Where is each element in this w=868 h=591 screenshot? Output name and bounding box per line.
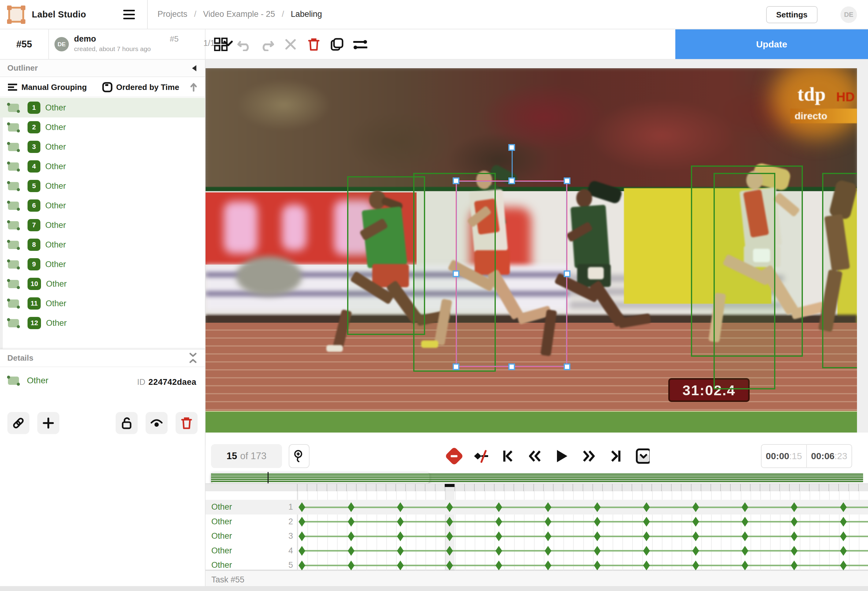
sidebar-region-row[interactable]: 9 Other <box>0 254 205 274</box>
keyframe-diamond[interactable] <box>643 546 650 556</box>
resize-handle-w[interactable] <box>453 270 459 277</box>
keyframe-diamond[interactable] <box>298 502 305 512</box>
keyframe-diamond[interactable] <box>692 560 699 570</box>
timeline-row[interactable]: Other4 <box>205 544 868 558</box>
keyframe-diamond[interactable] <box>348 502 354 512</box>
keyframe-diamond[interactable] <box>298 517 305 527</box>
keyframe-diamond[interactable] <box>594 546 601 556</box>
keyframe-diamond[interactable] <box>298 560 305 570</box>
keyframe-diamond[interactable] <box>594 517 601 527</box>
keyframe-diamond[interactable] <box>545 517 551 527</box>
keyframe-diamond[interactable] <box>840 531 847 541</box>
sidebar-region-row[interactable]: 11 Other <box>0 294 205 313</box>
fast-forward-button[interactable] <box>582 449 596 463</box>
keyframe-diamond[interactable] <box>348 531 354 541</box>
sidebar-region-row[interactable]: 3 Other <box>0 137 205 157</box>
keyframe-diamond[interactable] <box>545 560 551 570</box>
keyframe-diamond[interactable] <box>446 517 453 527</box>
keyframe-diamond[interactable] <box>545 502 551 512</box>
bbox-region-selected[interactable] <box>456 180 567 367</box>
keyframe-diamond[interactable] <box>643 560 650 570</box>
sidebar-region-row[interactable]: 4 Other <box>0 157 205 176</box>
sidebar-region-row[interactable]: 8 Other <box>0 235 205 254</box>
keyframe-diamond[interactable] <box>348 517 354 527</box>
keyframe-diamond[interactable] <box>791 531 798 541</box>
remove-keyframe-button[interactable] <box>447 449 461 463</box>
keyframe-diamond[interactable] <box>692 502 699 512</box>
collapse-timeline-button[interactable] <box>636 449 650 463</box>
horizontal-scrollbar[interactable] <box>0 586 868 591</box>
toggle-interpolation-button[interactable] <box>474 449 488 463</box>
keyframe-diamond[interactable] <box>348 560 354 570</box>
keyframe-diamond[interactable] <box>692 517 699 527</box>
timeline-minimap[interactable] <box>211 473 863 483</box>
settings-button[interactable]: Settings <box>766 6 818 23</box>
keyframe-diamond[interactable] <box>840 502 847 512</box>
resize-handle-se[interactable] <box>564 363 570 370</box>
timeline-row[interactable]: Other2 <box>205 514 868 529</box>
settings-sliders-icon[interactable] <box>353 37 368 52</box>
skip-to-end-button[interactable] <box>609 449 623 463</box>
keyframe-diamond[interactable] <box>692 546 699 556</box>
order-select[interactable]: Ordered by Time <box>116 83 179 92</box>
ruler-playhead-marker[interactable] <box>445 484 455 487</box>
sidebar-region-row[interactable]: 6 Other <box>0 196 205 215</box>
reject-icon[interactable] <box>283 37 298 52</box>
add-relation-button[interactable] <box>37 412 59 434</box>
keyframe-diamond[interactable] <box>397 502 404 512</box>
hide-region-button[interactable] <box>146 412 168 434</box>
breadcrumb-project[interactable]: Video Example - 25 <box>203 9 275 19</box>
keyframe-diamond[interactable] <box>742 560 748 570</box>
keyframe-diamond[interactable] <box>594 531 601 541</box>
keyframe-diamond[interactable] <box>545 531 551 541</box>
sidebar-region-row[interactable]: 12 Other <box>0 313 205 333</box>
rewind-button[interactable] <box>528 449 542 463</box>
keyframe-diamond[interactable] <box>446 546 453 556</box>
skip-to-start-button[interactable] <box>501 449 515 463</box>
keyframe-diamond[interactable] <box>397 517 404 527</box>
keyframe-diamond[interactable] <box>791 546 798 556</box>
keyframe-diamond[interactable] <box>397 546 404 556</box>
keyframe-diamond[interactable] <box>496 531 502 541</box>
view-all-icon[interactable] <box>214 37 228 52</box>
undo-icon[interactable] <box>237 37 251 52</box>
breadcrumb-projects[interactable]: Projects <box>158 9 187 19</box>
keyframe-diamond[interactable] <box>348 546 354 556</box>
play-button[interactable] <box>555 449 569 463</box>
bbox-region-4[interactable] <box>713 173 775 389</box>
timeline-ruler[interactable] <box>205 483 868 491</box>
keyframe-diamond[interactable] <box>643 531 650 541</box>
keyframe-timeline[interactable]: Other1Other2Other3Other4Other5 <box>205 491 868 570</box>
keyframe-diamond[interactable] <box>840 517 847 527</box>
keyframe-diamond[interactable] <box>791 560 798 570</box>
redo-icon[interactable] <box>260 37 275 52</box>
resize-handle-nw[interactable] <box>453 177 459 184</box>
keyframe-diamond[interactable] <box>742 517 748 527</box>
resize-handle-e[interactable] <box>564 270 570 277</box>
keyframe-diamond[interactable] <box>496 560 502 570</box>
sidebar-region-row[interactable]: 2 Other <box>0 117 205 137</box>
keyframe-diamond[interactable] <box>298 531 305 541</box>
resize-handle-n[interactable] <box>508 177 515 184</box>
keyframe-diamond[interactable] <box>446 560 453 570</box>
keyframe-diamond[interactable] <box>298 546 305 556</box>
keyframe-diamond[interactable] <box>594 560 601 570</box>
sidebar-region-row[interactable]: 5 Other <box>0 176 205 196</box>
collapse-details-icon[interactable] <box>188 352 198 364</box>
sort-direction-icon[interactable] <box>190 82 198 92</box>
keyframe-diamond[interactable] <box>742 502 748 512</box>
keyframe-diamond[interactable] <box>692 531 699 541</box>
lock-region-button[interactable] <box>116 412 137 434</box>
link-region-button[interactable] <box>7 412 30 434</box>
keyframe-diamond[interactable] <box>643 502 650 512</box>
sidebar-region-row[interactable]: 7 Other <box>0 215 205 235</box>
keyframe-diamond[interactable] <box>791 502 798 512</box>
user-avatar[interactable]: DE <box>840 6 857 23</box>
update-button[interactable]: Update <box>675 30 868 59</box>
keyframe-diamond[interactable] <box>545 546 551 556</box>
keyframe-diamond[interactable] <box>840 546 847 556</box>
keyframe-diamond[interactable] <box>594 502 601 512</box>
timeline-row[interactable]: Other1 <box>205 500 868 514</box>
keyframe-diamond[interactable] <box>742 531 748 541</box>
resize-handle-ne[interactable] <box>564 177 570 184</box>
